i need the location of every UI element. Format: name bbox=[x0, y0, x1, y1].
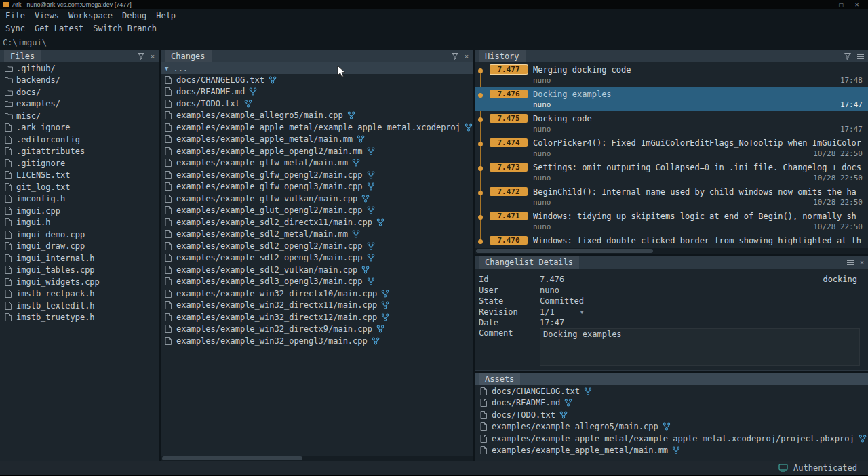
menu-icon[interactable] bbox=[847, 260, 854, 266]
branch-fork-icon bbox=[672, 446, 680, 454]
asset-row[interactable]: examples/example_apple_metal/example_app… bbox=[475, 433, 868, 445]
file-tree-item[interactable]: imstb_textedit.h bbox=[0, 300, 159, 312]
file-tree-item[interactable]: .ark_ignore bbox=[0, 122, 159, 134]
scrollbar-thumb[interactable] bbox=[162, 456, 302, 460]
file-tree-item[interactable]: .editorconfig bbox=[0, 134, 159, 146]
commit-author: nuno bbox=[533, 198, 551, 207]
file-tree-item[interactable]: imgui_internal.h bbox=[0, 252, 159, 264]
commit-message: Windows: fixed double-clicked border fro… bbox=[533, 236, 861, 245]
commit-row[interactable]: 7.476 Docking examples nuno 17:47 bbox=[475, 87, 868, 111]
changed-file-row[interactable]: examples/example_win32_directx12/main.cp… bbox=[161, 311, 473, 323]
changed-file-row[interactable]: examples/example_glfw_opengl2/main.cpp bbox=[161, 169, 473, 181]
changed-file-row[interactable]: examples/example_win32_directx10/main.cp… bbox=[161, 287, 473, 300]
filter-icon[interactable] bbox=[452, 53, 458, 60]
file-tree-item[interactable]: examples/ bbox=[0, 98, 159, 111]
file-tree-item[interactable]: imgui.cpp bbox=[0, 205, 159, 217]
detail-value-user: nuno bbox=[540, 285, 559, 295]
file-type-icon bbox=[5, 171, 16, 179]
commit-row[interactable]: 7.474 ColorPicker4(): Fixed ImGuiColorEd… bbox=[475, 136, 868, 160]
changed-file-row[interactable]: examples/example_glfw_vulkan/main.cpp bbox=[161, 193, 473, 205]
toolbar-button[interactable]: Sync bbox=[5, 24, 25, 33]
changed-file-row[interactable]: examples/example_apple_metal/example_app… bbox=[161, 121, 473, 134]
file-icon bbox=[165, 277, 176, 285]
file-type-icon bbox=[5, 65, 16, 72]
file-tree-item[interactable]: imstb_truetype.h bbox=[0, 312, 159, 324]
file-tree-item[interactable]: imstb_rectpack.h bbox=[0, 288, 159, 300]
changed-file-row[interactable]: docs/README.md bbox=[161, 86, 473, 98]
changed-file-path: examples/example_sdl2_opengl2/main.cpp bbox=[176, 241, 363, 251]
commit-row[interactable]: 7.472 BeginChild(): Internal name used b… bbox=[475, 184, 868, 209]
changed-file-row[interactable]: examples/example_sdl2_opengl3/main.cpp bbox=[161, 252, 473, 264]
filter-icon[interactable] bbox=[138, 53, 144, 60]
file-tree-item[interactable]: imgui_tables.cpp bbox=[0, 264, 159, 277]
branch-fork-icon bbox=[269, 76, 277, 84]
changed-file-row[interactable]: examples/example_allegro5/main.cpp bbox=[161, 110, 473, 122]
scrollbar-thumb[interactable] bbox=[476, 249, 653, 253]
close-panel-icon[interactable]: ✕ bbox=[151, 53, 155, 60]
asset-row[interactable]: docs/TODO.txt bbox=[475, 409, 868, 421]
changed-file-row[interactable]: docs/CHANGELOG.txt bbox=[161, 74, 473, 86]
file-tree-item[interactable]: misc/ bbox=[0, 110, 159, 122]
changed-file-row[interactable]: examples/example_sdl3_opengl3/main.cpp bbox=[161, 276, 473, 288]
file-tree-item[interactable]: imgui_draw.cpp bbox=[0, 241, 159, 253]
file-tree-item[interactable]: backends/ bbox=[0, 75, 159, 87]
asset-row[interactable]: docs/README.md bbox=[475, 397, 868, 410]
revision-dropdown[interactable]: 1/1 ▼ bbox=[540, 307, 584, 317]
menu-icon[interactable] bbox=[857, 54, 864, 60]
horizontal-scrollbar[interactable] bbox=[475, 248, 868, 254]
file-icon bbox=[165, 100, 176, 108]
changed-file-row[interactable]: examples/example_glfw_metal/main.mm bbox=[161, 157, 473, 170]
toolbar-button[interactable]: Get Latest bbox=[35, 24, 83, 33]
close-button[interactable]: ✕ bbox=[854, 2, 859, 8]
maximize-button[interactable]: ▢ bbox=[839, 2, 844, 8]
changed-file-path: examples/example_apple_metal/main.mm bbox=[176, 134, 353, 144]
menu-item[interactable]: Workspace bbox=[68, 11, 113, 20]
file-type-icon bbox=[5, 123, 16, 132]
changed-file-row[interactable]: examples/example_glut_opengl2/main.cpp bbox=[161, 205, 473, 217]
close-panel-icon[interactable]: ✕ bbox=[860, 259, 864, 266]
commit-row[interactable]: 7.471 Windows: tidying up skipitems logi… bbox=[475, 209, 868, 233]
changed-file-row[interactable]: examples/example_sdl2_opengl2/main.cpp bbox=[161, 240, 473, 252]
menu-item[interactable]: Help bbox=[156, 11, 176, 20]
changed-file-row[interactable]: examples/example_sdl2_vulkan/main.cpp bbox=[161, 264, 473, 276]
changed-file-row[interactable]: docs/TODO.txt bbox=[161, 98, 473, 110]
commit-row[interactable]: 7.477 Merging docking code nuno 17:48 bbox=[475, 62, 868, 87]
minimize-button[interactable]: ─ bbox=[824, 2, 828, 8]
close-panel-icon[interactable]: ✕ bbox=[465, 53, 469, 60]
expander-icon[interactable]: ▼ bbox=[165, 65, 168, 72]
menu-item[interactable]: Views bbox=[35, 11, 59, 20]
changes-root-row[interactable]: ▼ ... bbox=[161, 62, 473, 74]
changed-file-row[interactable]: examples/example_win32_directx9/main.cpp bbox=[161, 323, 473, 336]
changed-file-row[interactable]: examples/example_win32_opengl3/main.cpp bbox=[161, 335, 473, 347]
asset-row[interactable]: examples/example_allegro5/main.cpp bbox=[475, 421, 868, 433]
changed-file-row[interactable]: examples/example_glfw_opengl3/main.cpp bbox=[161, 181, 473, 193]
file-tree-item[interactable]: imgui.h bbox=[0, 217, 159, 229]
commit-dot-icon bbox=[478, 166, 483, 171]
commit-row[interactable]: 7.473 Settings: omit outputing Collapsed… bbox=[475, 160, 868, 184]
file-tree-item[interactable]: .gitignore bbox=[0, 157, 159, 170]
toolbar-button[interactable]: Switch Branch bbox=[93, 24, 157, 33]
changed-file-row[interactable]: examples/example_win32_directx11/main.cp… bbox=[161, 300, 473, 312]
file-tree-item[interactable]: imgui_widgets.cpp bbox=[0, 276, 159, 288]
file-tree-item[interactable]: .github/ bbox=[0, 62, 159, 75]
asset-row[interactable]: examples/example_apple_metal/main.mm bbox=[475, 445, 868, 457]
detail-value-date: 17:47 bbox=[540, 318, 564, 328]
file-tree-item[interactable]: docs/ bbox=[0, 86, 159, 98]
filter-icon[interactable] bbox=[844, 53, 851, 60]
file-tree-item[interactable]: git_log.txt bbox=[0, 181, 159, 193]
file-tree-item[interactable]: .gitattributes bbox=[0, 146, 159, 158]
file-type-icon bbox=[5, 218, 16, 226]
asset-row[interactable]: docs/CHANGELOG.txt bbox=[475, 385, 868, 397]
file-tree-item[interactable]: LICENSE.txt bbox=[0, 170, 159, 182]
file-tree-item[interactable]: imgui_demo.cpp bbox=[0, 229, 159, 241]
changed-file-row[interactable]: examples/example_sdl2_directx11/main.cpp bbox=[161, 216, 473, 229]
horizontal-scrollbar[interactable] bbox=[161, 456, 473, 461]
changed-file-row[interactable]: examples/example_apple_metal/main.mm bbox=[161, 134, 473, 146]
changed-file-row[interactable]: examples/example_sdl2_metal/main.mm bbox=[161, 229, 473, 241]
menu-item[interactable]: Debug bbox=[122, 11, 146, 20]
comment-field[interactable]: Docking examples bbox=[540, 328, 860, 366]
menu-item[interactable]: File bbox=[5, 11, 25, 20]
commit-row[interactable]: 7.475 Docking code nuno 17:47 bbox=[475, 111, 868, 136]
changed-file-row[interactable]: examples/example_apple_opengl2/main.mm bbox=[161, 145, 473, 157]
file-tree-item[interactable]: imconfig.h bbox=[0, 193, 159, 205]
